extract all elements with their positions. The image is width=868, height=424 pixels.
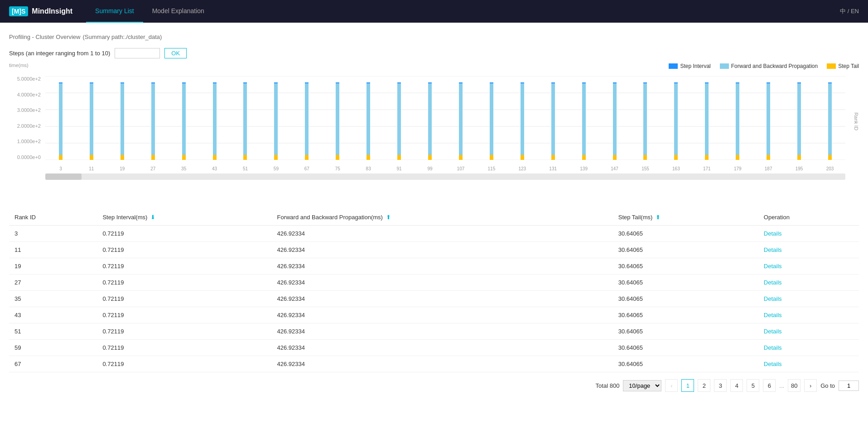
page-btn-1[interactable]: 1 [681, 379, 694, 392]
ok-button[interactable]: OK [164, 48, 187, 58]
x-label-163: 163 [661, 166, 691, 171]
tab-summary-list[interactable]: Summary List [86, 0, 143, 23]
scroll-handle[interactable] [45, 173, 82, 180]
bar-tail-123 [521, 155, 524, 160]
steps-input[interactable] [115, 48, 160, 58]
col-operation: Operation [758, 209, 859, 226]
cell-fbp: 426.92334 [271, 226, 612, 242]
bar-fbp-35 [182, 83, 186, 155]
details-link[interactable]: Details [764, 312, 782, 318]
legend-color-step-tail [827, 63, 836, 69]
page-btn-2[interactable]: 2 [698, 379, 710, 392]
page-btn-6[interactable]: 6 [763, 379, 776, 392]
x-label-43: 43 [199, 166, 230, 171]
details-link[interactable]: Details [764, 246, 782, 253]
bar-group-51 [243, 76, 247, 160]
bar-fbp-91 [397, 83, 401, 155]
y-label-1: 1.0000e+2 [9, 139, 43, 144]
bar-group-11 [90, 76, 93, 160]
x-label-27: 27 [138, 166, 169, 171]
cell-fbp: 426.92334 [271, 291, 612, 307]
per-page-select[interactable]: 10/page [623, 380, 661, 391]
bar-tail-131 [551, 155, 555, 160]
x-label-131: 131 [538, 166, 569, 171]
x-label-35: 35 [169, 166, 199, 171]
bar-tail-19 [121, 155, 124, 160]
bar-group-83 [366, 76, 370, 160]
cell-step-interval: 0.72119 [97, 275, 271, 291]
col-fbp[interactable]: Forward and Backward Propagation(ms) ⬆ [271, 209, 612, 226]
cell-fbp: 426.92334 [271, 258, 612, 275]
x-label-19: 19 [107, 166, 138, 171]
cell-rank-id: 27 [9, 275, 97, 291]
tab-model-explanation[interactable]: Model Explanation [143, 0, 213, 23]
bar-fbp-59 [274, 83, 278, 155]
bar-fbp-195 [797, 83, 801, 155]
goto-label: Go to [820, 382, 835, 389]
details-link[interactable]: Details [764, 295, 782, 302]
x-label-51: 51 [230, 166, 261, 171]
cell-step-tail: 30.64065 [613, 275, 758, 291]
bar-fbp-115 [490, 83, 493, 155]
details-link[interactable]: Details [764, 279, 782, 286]
bar-fbp-123 [521, 83, 524, 155]
cell-step-tail: 30.64065 [613, 226, 758, 242]
col-step-interval[interactable]: Step Interval(ms) ⬇ [97, 209, 271, 226]
chart-bars-area [45, 76, 845, 160]
lang-switcher[interactable]: 中 / EN [840, 7, 859, 15]
cell-rank-id: 11 [9, 242, 97, 258]
cell-fbp: 426.92334 [271, 275, 612, 291]
bar-fbp-11 [90, 83, 93, 155]
bar-group-19 [121, 76, 124, 160]
bar-group-187 [767, 76, 770, 160]
y-label-0: 0.0000e+0 [9, 154, 43, 160]
cell-rank-id: 3 [9, 226, 97, 242]
details-link[interactable]: Details [764, 361, 782, 367]
bar-group-195 [797, 76, 801, 160]
x-label-179: 179 [722, 166, 753, 171]
cell-step-tail: 30.64065 [613, 323, 758, 340]
data-table: Rank ID Step Interval(ms) ⬇ Forward and … [9, 209, 859, 372]
table-row: 350.72119426.9233430.64065Details [9, 291, 859, 307]
y-axis-labels: 5.0000e+2 4.0000e+2 3.0000e+2 2.0000e+2 … [9, 76, 43, 160]
bar-fbp-3 [59, 83, 63, 155]
x-label-147: 147 [599, 166, 630, 171]
page-btn-last[interactable]: 80 [788, 379, 800, 392]
bar-tail-59 [274, 155, 278, 160]
details-link[interactable]: Details [764, 344, 782, 351]
bar-group-91 [397, 76, 401, 160]
details-link[interactable]: Details [764, 328, 782, 335]
page-btn-3[interactable]: 3 [714, 379, 727, 392]
prev-page-btn[interactable]: ‹ [665, 379, 678, 392]
col-step-tail[interactable]: Step Tail(ms) ⬆ [613, 209, 758, 226]
bar-tail-147 [613, 155, 617, 160]
chart-scrollbar[interactable] [45, 173, 845, 180]
sort-icon-step-interval: ⬇ [150, 214, 155, 221]
bar-fbp-75 [336, 83, 339, 155]
x-label-171: 171 [691, 166, 722, 171]
cell-fbp: 426.92334 [271, 323, 612, 340]
bar-fbp-163 [674, 83, 678, 155]
bar-tail-203 [828, 155, 832, 160]
bar-fbp-139 [582, 83, 586, 155]
details-link[interactable]: Details [764, 263, 782, 270]
x-label-11: 11 [76, 166, 107, 171]
details-link[interactable]: Details [764, 230, 782, 237]
page-btn-4[interactable]: 4 [730, 379, 743, 392]
logo-text: MindInsight [32, 7, 72, 15]
bar-group-3 [59, 76, 63, 160]
table-row: 670.72119426.9233430.64065Details [9, 356, 859, 372]
bar-fbp-67 [305, 83, 309, 155]
bar-tail-43 [213, 155, 217, 160]
x-label-99: 99 [415, 166, 445, 171]
bar-fbp-83 [366, 83, 370, 155]
bar-tail-27 [151, 155, 155, 160]
bar-tail-195 [797, 155, 801, 160]
page-btn-5[interactable]: 5 [747, 379, 759, 392]
legend-step-tail: Step Tail [827, 63, 859, 69]
next-page-btn[interactable]: › [804, 379, 817, 392]
bar-group-115 [490, 76, 493, 160]
goto-input[interactable] [839, 381, 859, 391]
x-label-59: 59 [260, 166, 291, 171]
table-body: 30.72119426.9233430.64065Details110.7211… [9, 226, 859, 372]
